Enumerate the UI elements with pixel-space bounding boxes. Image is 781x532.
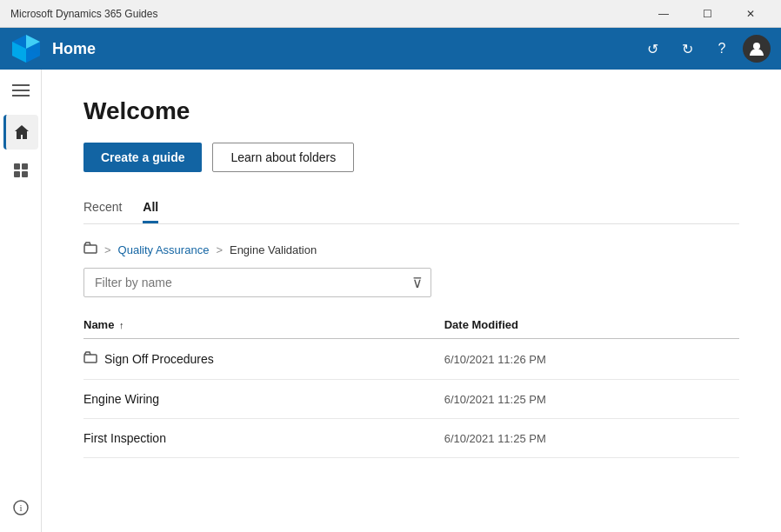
column-header-date: Date Modified [444, 311, 739, 339]
header: Home ↺ ↻ ? [0, 28, 781, 70]
rail-home-button[interactable] [3, 115, 38, 150]
filter-row: ⊽ [83, 268, 739, 297]
app-logo [10, 33, 42, 64]
tab-recent[interactable]: Recent [83, 193, 122, 223]
redo-button[interactable]: ↻ [673, 35, 701, 63]
date-modified: 6/10/2021 11:25 PM [444, 380, 739, 419]
title-bar-text: Microsoft Dynamics 365 Guides [10, 8, 644, 20]
hamburger-menu-button[interactable] [3, 76, 38, 104]
header-actions: ↺ ↻ ? [638, 35, 771, 63]
main-content: Welcome Create a guide Learn about folde… [42, 70, 781, 532]
svg-rect-11 [84, 245, 97, 253]
title-bar-controls: — ☐ ✕ [644, 0, 771, 28]
file-table: Name ↑ Date Modified Sign Off Procedures… [83, 311, 739, 458]
learn-folders-button[interactable]: Learn about folders [212, 143, 354, 172]
app-body: i Welcome Create a guide Learn about fol… [0, 70, 781, 532]
tabs: Recent All [83, 193, 739, 224]
left-rail: i [0, 70, 42, 532]
breadcrumb-sep-2: > [216, 243, 223, 256]
title-bar: Microsoft Dynamics 365 Guides — ☐ ✕ [0, 0, 781, 28]
sort-arrow-icon: ↑ [119, 320, 124, 330]
breadcrumb: > Quality Assurance > Engine Validation [83, 242, 739, 257]
date-modified: 6/10/2021 11:26 PM [444, 339, 739, 380]
file-name: Sign Off Procedures [104, 352, 214, 366]
action-buttons: Create a guide Learn about folders [83, 143, 739, 172]
breadcrumb-quality-assurance[interactable]: Quality Assurance [118, 243, 210, 256]
svg-rect-6 [22, 163, 28, 170]
svg-text:i: i [19, 502, 22, 513]
svg-rect-8 [22, 171, 28, 177]
breadcrumb-sep-1: > [104, 243, 111, 256]
table-row[interactable]: Engine Wiring6/10/2021 11:25 PM [83, 380, 739, 419]
svg-rect-12 [84, 355, 97, 362]
table-row[interactable]: Sign Off Procedures6/10/2021 11:26 PM [83, 339, 739, 380]
folder-icon [83, 351, 97, 367]
column-header-name: Name ↑ [83, 311, 444, 339]
rail-info-button[interactable]: i [3, 490, 38, 525]
file-name: First Inspection [83, 431, 166, 445]
svg-point-4 [753, 43, 760, 50]
table-row[interactable]: First Inspection6/10/2021 11:25 PM [83, 419, 739, 458]
date-modified: 6/10/2021 11:25 PM [444, 419, 739, 458]
create-guide-button[interactable]: Create a guide [83, 143, 202, 172]
breadcrumb-engine-validation: Engine Validation [230, 243, 317, 256]
svg-rect-7 [14, 171, 20, 177]
filter-input[interactable] [83, 268, 431, 297]
close-button[interactable]: ✕ [731, 0, 771, 28]
header-title: Home [52, 40, 638, 58]
user-avatar-button[interactable] [743, 35, 771, 63]
undo-button[interactable]: ↺ [638, 35, 666, 63]
welcome-title: Welcome [83, 97, 739, 125]
maximize-button[interactable]: ☐ [687, 0, 727, 28]
table-header-row: Name ↑ Date Modified [83, 311, 739, 339]
rail-gallery-button[interactable] [3, 153, 38, 188]
filter-input-wrap: ⊽ [83, 268, 431, 297]
help-button[interactable]: ? [708, 35, 736, 63]
minimize-button[interactable]: — [644, 0, 684, 28]
breadcrumb-root-icon [83, 242, 97, 257]
svg-rect-5 [14, 163, 20, 170]
file-name: Engine Wiring [83, 392, 159, 406]
tab-all[interactable]: All [143, 193, 158, 223]
